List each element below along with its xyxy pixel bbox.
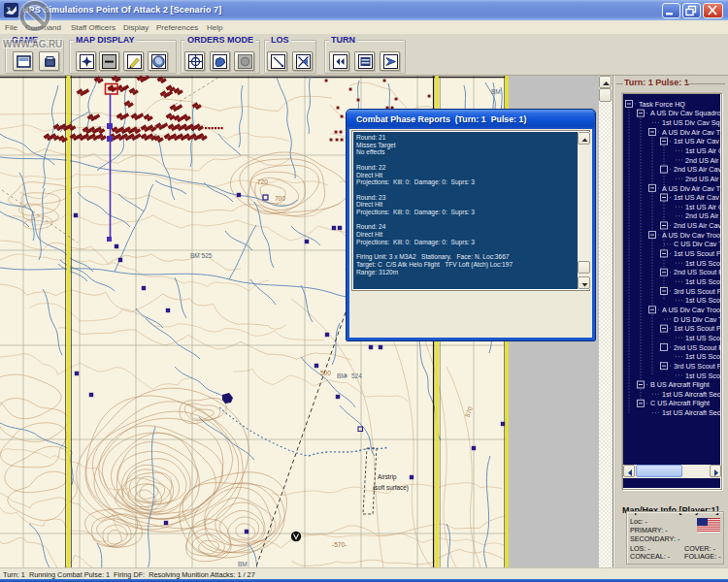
svg-text:2nd US Air Cav: 2nd US Air Cav — [685, 175, 721, 183]
svg-text:1st US Scout S: 1st US Scout S — [685, 277, 721, 286]
svg-text:A US Div Air Cav Troop: A US Div Air Cav Troop — [662, 128, 721, 137]
svg-text:-570-: -570- — [332, 541, 347, 548]
svg-text:3rd US Scout Plat: 3rd US Scout Plat — [674, 362, 721, 371]
svg-text:BM: BM — [238, 561, 248, 567]
svg-text:524: 524 — [351, 372, 362, 379]
svg-text:(soft surface): (soft surface) — [373, 484, 409, 492]
svg-text:1st US Air Cav Sco: 1st US Air Cav Sco — [674, 137, 721, 146]
svg-text:A US Div Cav Squadron <4: A US Div Cav Squadron <4 — [650, 109, 721, 117]
svg-text:1st US Scout S: 1st US Scout S — [685, 352, 721, 361]
svg-text:1st US Scout S: 1st US Scout S — [685, 372, 721, 380]
svg-text:1st US Scout S: 1st US Scout S — [685, 334, 721, 342]
svg-text:1st US Air Cav Sco: 1st US Air Cav Sco — [674, 193, 721, 202]
svg-text:1st US Scout Plato: 1st US Scout Plato — [674, 249, 721, 258]
svg-text:Task Force HQ: Task Force HQ — [639, 100, 685, 109]
svg-text:1st US Air Cav: 1st US Air Cav — [685, 203, 721, 211]
svg-text:1st US Scout Plato: 1st US Scout Plato — [674, 324, 721, 333]
svg-text:Airstrip: Airstrip — [378, 473, 397, 481]
svg-text:1st US Aircraft Section: 1st US Aircraft Section — [662, 390, 721, 399]
svg-text:2nd US Scout Pla: 2nd US Scout Pla — [674, 268, 721, 276]
svg-text:x: x — [345, 372, 347, 378]
svg-text:1st US Scout S: 1st US Scout S — [685, 259, 721, 268]
svg-text:C US Div Cav Troo: C US Div Cav Troo — [674, 240, 721, 248]
svg-text:500: 500 — [320, 370, 331, 376]
svg-text:A US Div Cav Troop: A US Div Cav Troop — [662, 231, 721, 240]
svg-text:2nd US Air Cav Att: 2nd US Air Cav Att — [674, 221, 721, 230]
svg-text:2nd US Air Cav: 2nd US Air Cav — [685, 211, 721, 220]
svg-text:1st US Scout S: 1st US Scout S — [685, 296, 721, 305]
svg-text:C US Aircraft Flight: C US Aircraft Flight — [650, 399, 710, 407]
svg-text:1st US Air Cav: 1st US Air Cav — [685, 146, 721, 155]
svg-text:D US Div Cav Troo: D US Div Cav Troo — [674, 315, 721, 324]
svg-text:700: 700 — [275, 195, 285, 202]
svg-text:2nd US Scout Pla: 2nd US Scout Pla — [674, 343, 721, 352]
svg-text:1st US Div Cav Squadro: 1st US Div Cav Squadro — [662, 118, 721, 127]
svg-text:2nd US Air Cav Att: 2nd US Air Cav Att — [674, 165, 721, 174]
svg-text:BM: BM — [491, 88, 501, 95]
svg-text:A US Div Air Cav Troop: A US Div Air Cav Troop — [662, 184, 721, 193]
svg-text:2nd US Air Cav: 2nd US Air Cav — [685, 156, 721, 165]
svg-text:A US Div Cav Troop: A US Div Cav Troop — [662, 306, 721, 314]
svg-text:BM 525: BM 525 — [190, 252, 213, 259]
svg-text:3rd US Scout Plat: 3rd US Scout Plat — [674, 287, 721, 296]
svg-text:1st US Aircraft Section: 1st US Aircraft Section — [662, 408, 721, 417]
svg-text:B US Aircraft Flight: B US Aircraft Flight — [650, 380, 710, 389]
svg-text:720: 720 — [257, 178, 268, 185]
